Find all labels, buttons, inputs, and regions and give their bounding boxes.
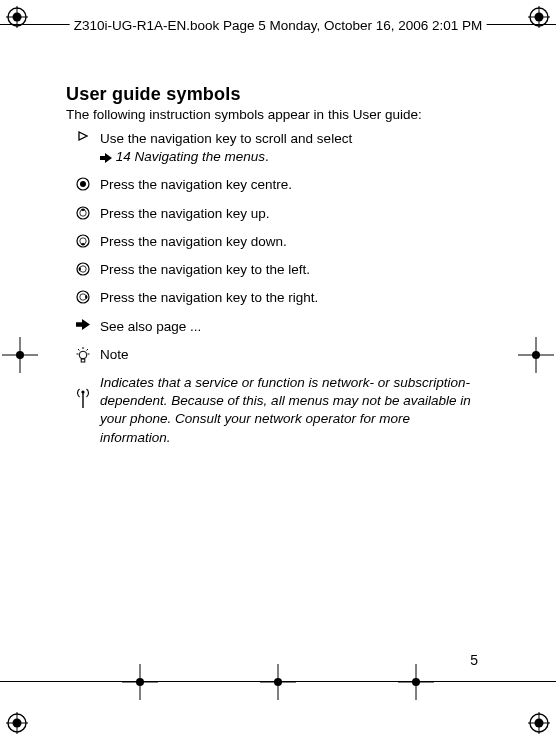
svg-point-30: [412, 678, 420, 686]
svg-point-49: [79, 351, 87, 359]
network-antenna-icon: [66, 374, 100, 408]
symbol-row-centre: Press the navigation key centre.: [66, 176, 478, 194]
symbol-row-right: Press the navigation key to the right.: [66, 289, 478, 307]
svg-point-27: [274, 678, 282, 686]
svg-point-18: [16, 351, 24, 359]
symbol-text: Indicates that a service or function is …: [100, 374, 478, 447]
svg-point-52: [81, 390, 84, 393]
nav-up-icon: [66, 205, 100, 220]
footer-rule: [0, 681, 556, 682]
note-lightbulb-icon: [66, 346, 100, 363]
scroll-suffix: .: [265, 149, 269, 164]
symbol-text: Press the navigation key centre.: [100, 176, 478, 194]
svg-point-24: [136, 678, 144, 686]
reg-mark-icon: [528, 712, 550, 734]
cross-mark-icon: [396, 662, 436, 702]
svg-point-34: [80, 181, 86, 187]
header-label: Z310i-UG-R1A-EN.book Page 5 Monday, Octo…: [70, 18, 487, 33]
nav-right-icon: [66, 289, 100, 304]
symbol-row-network: Indicates that a service or function is …: [66, 374, 478, 447]
cross-mark-icon: [0, 335, 40, 375]
symbol-row-scroll: Use the navigation key to scroll and sel…: [66, 130, 478, 166]
page-body: User guide symbols The following instruc…: [66, 84, 478, 447]
symbol-text: See also page ...: [100, 318, 478, 336]
nav-down-icon: [66, 233, 100, 248]
scroll-select-icon: [66, 130, 100, 141]
symbol-text: Use the navigation key to scroll and sel…: [100, 130, 478, 166]
symbol-row-left: Press the navigation key to the left.: [66, 261, 478, 279]
symbol-text: Press the navigation key down.: [100, 233, 478, 251]
symbol-text: Press the navigation key to the right.: [100, 289, 478, 307]
see-arrow-icon: [100, 153, 112, 163]
svg-line-46: [87, 349, 89, 351]
page-number: 5: [470, 652, 478, 668]
symbol-table: Use the navigation key to scroll and sel…: [66, 130, 478, 447]
symbol-text: Press the navigation key to the left.: [100, 261, 478, 279]
scroll-link: 14 Navigating the menus: [116, 149, 265, 164]
cross-mark-icon: [258, 662, 298, 702]
symbol-text: Press the navigation key up.: [100, 205, 478, 223]
see-arrow-icon: [66, 318, 100, 330]
symbol-row-down: Press the navigation key down.: [66, 233, 478, 251]
svg-point-21: [532, 351, 540, 359]
svg-marker-43: [76, 319, 90, 330]
reg-mark-icon: [6, 712, 28, 734]
symbol-row-seealso: See also page ...: [66, 318, 478, 336]
scroll-line1: Use the navigation key to scroll and sel…: [100, 131, 352, 146]
svg-rect-50: [81, 359, 85, 362]
symbol-row-note: Note: [66, 346, 478, 364]
symbol-text: Note: [100, 346, 478, 364]
intro-text: The following instruction symbols appear…: [66, 107, 478, 122]
symbol-row-up: Press the navigation key up.: [66, 205, 478, 223]
svg-marker-32: [100, 153, 112, 163]
cross-mark-icon: [516, 335, 556, 375]
nav-centre-icon: [66, 176, 100, 191]
nav-left-icon: [66, 261, 100, 276]
page-title: User guide symbols: [66, 84, 478, 105]
svg-line-45: [78, 349, 80, 351]
svg-marker-31: [79, 132, 87, 140]
cross-mark-icon: [120, 662, 160, 702]
